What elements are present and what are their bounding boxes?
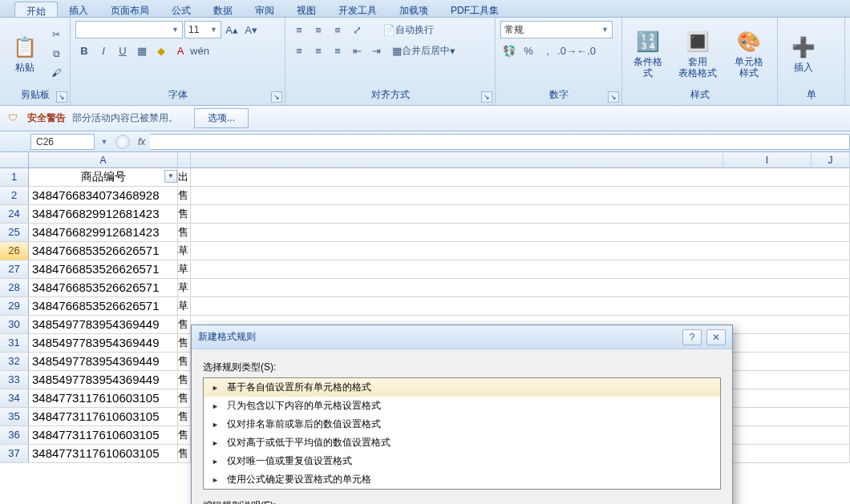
align-dialog-launcher[interactable]: ↘ [481,91,492,103]
cell[interactable] [191,279,850,296]
number-format-combo[interactable]: 常规▼ [500,21,613,38]
cell[interactable]: 3484773117610603105 [29,426,178,444]
cell[interactable]: 3484766853526626571 [29,297,178,315]
currency-button[interactable]: 💱 [500,42,518,59]
name-box[interactable]: C26 [30,134,95,150]
cell[interactable]: 3485497783954369449 [29,316,178,333]
row-header[interactable]: 1 [0,168,29,186]
comma-button[interactable]: , [539,42,557,59]
row-header[interactable]: 34 [0,389,29,407]
cell[interactable]: 出 [178,168,191,186]
cell[interactable]: 售 [178,334,191,352]
col-header-I[interactable]: I [723,152,812,167]
percent-button[interactable]: % [520,42,537,59]
indent-dec-button[interactable]: ⇤ [348,42,366,59]
cell[interactable] [191,187,850,204]
tab-addins[interactable]: 加载项 [388,2,439,17]
col-header-J[interactable]: J [812,152,850,167]
cell[interactable]: 3484766834073468928 [29,187,178,204]
cell[interactable] [191,168,850,186]
inc-decimal-button[interactable]: .0→ [558,42,576,59]
table-row[interactable]: 273484766853526626571草 [0,260,850,279]
cell[interactable] [191,205,850,223]
cell[interactable]: 草 [178,242,191,260]
row-header[interactable]: 37 [0,445,29,462]
dialog-titlebar[interactable]: 新建格式规则 ? ✕ [192,325,732,349]
row-header[interactable]: 29 [0,297,29,315]
underline-button[interactable]: U [114,42,132,59]
indent-inc-button[interactable]: ⇥ [367,42,385,59]
align-bottom-button[interactable]: ≡ [329,21,346,38]
cell-styles-button[interactable]: 🎨单元格 样式 [726,21,772,87]
phonetic-button[interactable]: wén [191,42,208,59]
table-row[interactable]: 243484766829912681423售 [0,205,850,224]
table-row[interactable]: 1商品编号▼出 [0,168,850,187]
cell[interactable]: 3484766853526626571 [29,279,178,296]
filter-button[interactable]: ▼ [164,170,177,183]
cell[interactable] [191,260,850,278]
tab-review[interactable]: 审阅 [244,2,285,17]
table-row[interactable]: 283484766853526626571草 [0,279,850,297]
copy-button[interactable]: ⧉ [47,45,65,62]
rule-type-item[interactable]: ►仅对唯一值或重复值设置格式 [204,452,720,470]
select-all-corner[interactable] [0,152,29,167]
row-header[interactable]: 30 [0,316,29,333]
rule-type-item[interactable]: ►只为包含以下内容的单元格设置格式 [204,397,720,415]
grow-font-button[interactable]: A▴ [223,21,241,38]
cell[interactable]: 售 [178,316,191,333]
merge-center-button[interactable]: ▦ 合并后居中 ▾ [387,42,461,59]
font-color-button[interactable]: A [172,42,189,59]
col-header-A[interactable]: A [29,152,178,167]
cell[interactable]: 3485497783954369449 [29,334,178,352]
rule-type-item[interactable]: ►使用公式确定要设置格式的单元格 [204,470,720,489]
tab-insert[interactable]: 插入 [58,2,99,17]
cell[interactable]: 草 [178,279,191,296]
table-row[interactable]: 293484766853526626571草 [0,297,850,316]
align-left-button[interactable]: ≡ [290,42,308,59]
cell[interactable]: 售 [178,353,191,370]
row-header[interactable]: 25 [0,224,29,241]
cell[interactable]: 3484773117610603105 [29,389,178,407]
font-dialog-launcher[interactable]: ↘ [271,91,282,103]
align-center-button[interactable]: ≡ [310,42,327,59]
dialog-help-button[interactable]: ? [682,329,702,345]
clipboard-dialog-launcher[interactable]: ↘ [56,91,67,103]
cell[interactable]: 3484766829912681423 [29,224,178,241]
shrink-font-button[interactable]: A▾ [242,21,260,38]
row-header[interactable]: 33 [0,371,29,389]
rule-type-item[interactable]: ►仅对排名靠前或靠后的数值设置格式 [204,415,720,433]
tab-pdf[interactable]: PDF工具集 [439,2,510,17]
align-middle-button[interactable]: ≡ [310,21,327,38]
cell[interactable]: 3485497783954369449 [29,353,178,370]
font-size-combo[interactable]: 11▼ [184,21,221,38]
cut-button[interactable]: ✂ [47,26,65,43]
tab-layout[interactable]: 页面布局 [99,2,160,17]
tab-data[interactable]: 数据 [202,2,244,17]
cell[interactable] [191,297,850,315]
rule-type-list[interactable]: ►基于各自值设置所有单元格的格式►只为包含以下内容的单元格设置格式►仅对排名靠前… [203,377,721,490]
cell[interactable]: 3485497783954369449 [29,371,178,389]
row-header[interactable]: 26 [0,242,29,260]
name-box-dropdown[interactable]: ▼ [96,134,112,150]
cell[interactable]: 草 [178,260,191,278]
cell[interactable]: 商品编号▼ [29,168,178,186]
align-top-button[interactable]: ≡ [290,21,308,38]
cell[interactable]: 售 [178,408,191,425]
formula-input[interactable] [150,134,850,150]
table-row[interactable]: 23484766834073468928售 [0,187,850,205]
cell[interactable]: 售 [178,445,191,462]
format-painter-button[interactable]: 🖌 [47,64,65,82]
row-header[interactable]: 36 [0,426,29,444]
cell[interactable]: 3484766853526626571 [29,242,178,260]
border-button[interactable]: ▦ [133,42,151,59]
cell[interactable]: 售 [178,371,191,389]
fill-color-button[interactable]: ◆ [152,42,170,59]
tab-dev[interactable]: 开发工具 [327,2,388,17]
security-options-button[interactable]: 选项... [194,108,249,128]
row-header[interactable]: 27 [0,260,29,278]
rule-type-item[interactable]: ►基于各自值设置所有单元格的格式 [204,378,720,397]
conditional-format-button[interactable]: 🔢条件格式 [627,21,669,87]
tab-home[interactable]: 开始 [14,2,58,17]
cell[interactable] [191,224,850,241]
cell[interactable]: 售 [178,187,191,204]
